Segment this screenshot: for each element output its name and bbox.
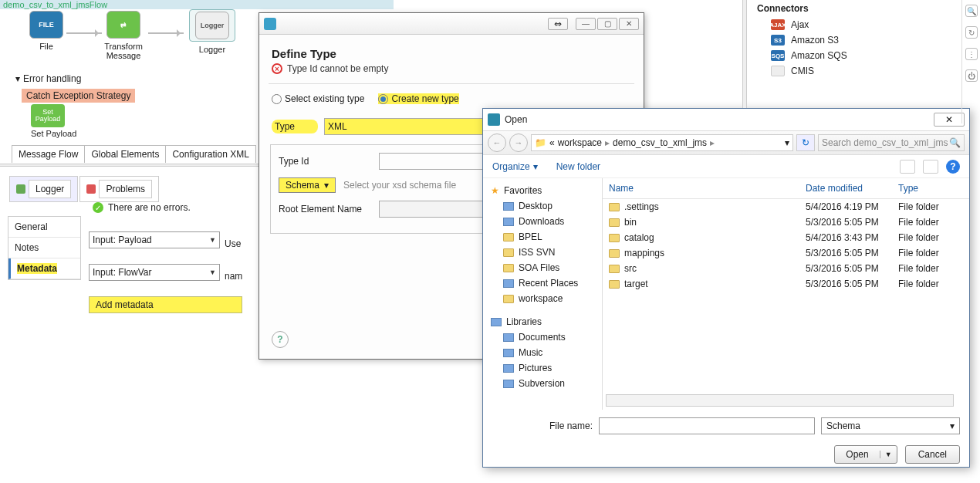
tree-item[interactable]: workspace [486, 291, 599, 306]
tree-item[interactable]: Desktop [486, 198, 599, 214]
star-icon: ★ [491, 185, 499, 196]
filetype-select[interactable]: Schema▾ [821, 417, 960, 434]
toolbar-icon[interactable]: ↻ [965, 26, 978, 39]
libraries-header[interactable]: Libraries [486, 314, 599, 329]
file-list: Name Date modified Type .settings5/4/201… [603, 178, 969, 410]
list-item[interactable]: src5/3/2016 5:05 PMFile folder [603, 261, 969, 276]
schema-dropdown[interactable]: Schema▾ [279, 177, 336, 193]
typeid-label: Type Id [279, 156, 371, 167]
divider[interactable] [742, 0, 747, 108]
folder-icon [503, 248, 514, 257]
chevron-down-icon: ▾ [533, 161, 538, 172]
dialog-icon [264, 18, 276, 30]
tab-global-elements[interactable]: Global Elements [84, 145, 166, 163]
tree-item[interactable]: Subversion [486, 376, 599, 391]
help-icon[interactable]: ? [946, 160, 960, 174]
close-button[interactable]: ✕ [619, 18, 639, 30]
scrollbar-horizontal[interactable] [606, 394, 954, 407]
folder-icon [503, 349, 514, 357]
folder-icon [609, 218, 620, 227]
arrow-icon [148, 32, 184, 34]
name-label: nam [225, 271, 242, 282]
use-label: Use [225, 238, 241, 249]
help-icon[interactable]: ? [272, 331, 289, 348]
toolbar-icon[interactable]: ⏻ [965, 69, 978, 82]
tree-item[interactable]: Downloads [486, 214, 599, 229]
nav-notes[interactable]: Notes [8, 238, 80, 258]
add-metadata-button[interactable]: Add metadata [89, 296, 242, 313]
radio-create-new[interactable]: Create new type [378, 93, 458, 104]
node-transform[interactable]: ⇄ Transform Message [100, 11, 147, 60]
open-file-dialog: Open ✕ ← → 📁« workspace▸ demo_csv_to_xml… [482, 108, 970, 468]
preview-pane-button[interactable] [923, 160, 938, 174]
search-input[interactable]: Search demo_csv_to_xml_jms🔍 [818, 134, 965, 151]
input-payload-select[interactable]: Input: Payload▼ [89, 231, 220, 248]
open-button[interactable]: Open▼ [834, 445, 897, 464]
list-item[interactable]: mappings5/3/2016 5:05 PMFile folder [603, 245, 969, 261]
tree-item[interactable]: SOA Files [486, 260, 599, 275]
col-type[interactable]: Type [892, 178, 969, 199]
search-icon: 🔍 [949, 137, 961, 148]
connector-item[interactable]: S3Amazon S3 [752, 32, 961, 48]
tree-item[interactable]: Pictures [486, 360, 599, 376]
connector-item[interactable]: CMIS [752, 63, 961, 79]
toolbar-icon[interactable]: 🔍 [965, 5, 978, 17]
tree-item[interactable]: Recent Places [486, 275, 599, 291]
radio-select-existing[interactable]: Select existing type [272, 93, 364, 104]
error-message: × Type Id cannot be empty [259, 63, 644, 83]
view-options-button[interactable] [900, 160, 915, 174]
node-logger[interactable]: Logger Logger [189, 9, 235, 54]
node-file[interactable]: FILE File [23, 11, 69, 51]
swap-icon[interactable]: ⇔ [548, 18, 568, 30]
nav-metadata[interactable]: Metadata [8, 258, 80, 279]
navigation-tree: ★Favorites Desktop Downloads BPEL ISS SV… [483, 178, 603, 410]
tree-item[interactable]: ISS SVN [486, 245, 599, 260]
chevron-down-icon[interactable]: ▾ [785, 137, 789, 148]
problems-tab-icon [86, 184, 96, 194]
tab-logger[interactable]: Logger [9, 176, 78, 202]
dialog-icon [488, 113, 500, 126]
connector-item[interactable]: SQSAmazon SQS [752, 48, 961, 63]
type-label: Type [272, 120, 318, 133]
connector-item[interactable]: AJAXAjax [752, 17, 961, 32]
breadcrumb[interactable]: 📁« workspace▸ demo_csv_to_xml_jms▸ ▾ [531, 134, 793, 151]
folder-icon [503, 233, 514, 242]
tab-problems[interactable]: Problems [79, 176, 159, 202]
error-handling-header[interactable]: ▾Error handling [15, 73, 81, 84]
tab-configuration-xml[interactable]: Configuration XML [165, 145, 255, 163]
node-set-payload[interactable]: Set Payload Set Payload [31, 104, 76, 138]
minimize-button[interactable]: — [576, 18, 596, 30]
list-item[interactable]: bin5/3/2016 5:05 PMFile folder [603, 214, 969, 230]
refresh-button[interactable]: ↻ [796, 134, 815, 151]
error-icon: × [272, 63, 282, 74]
catch-exception-strategy[interactable]: Catch Exception Strategy [22, 89, 135, 103]
tree-item[interactable]: Music [486, 345, 599, 360]
favorites-header[interactable]: ★Favorites [486, 183, 599, 198]
list-item[interactable]: .settings5/4/2016 4:19 PMFile folder [603, 199, 969, 215]
input-flowvar-select[interactable]: Input: FlowVar▼ [89, 264, 220, 281]
tree-item[interactable]: BPEL [486, 229, 599, 245]
new-folder-button[interactable]: New folder [556, 161, 600, 172]
nav-general[interactable]: General [8, 217, 80, 238]
tree-item[interactable]: Documents [486, 329, 599, 345]
col-date[interactable]: Date modified [799, 178, 892, 199]
view-tabs: Logger Problems [9, 176, 159, 202]
metadata-panel: Input: Payload▼ Use Input: FlowVar▼ nam … [89, 231, 242, 313]
radio-icon [378, 94, 388, 104]
tab-message-flow[interactable]: Message Flow [12, 145, 85, 163]
toolbar-icon[interactable]: ⋮ [965, 48, 978, 60]
dialog-heading: Define Type [259, 35, 644, 63]
close-button[interactable]: ✕ [934, 113, 965, 127]
organize-menu[interactable]: Organize ▾ [492, 161, 538, 172]
list-item[interactable]: catalog5/4/2016 3:43 PMFile folder [603, 230, 969, 245]
chevron-down-icon[interactable]: ▼ [880, 451, 897, 458]
filename-input[interactable] [599, 417, 815, 434]
forward-button[interactable]: → [509, 133, 528, 152]
cancel-button[interactable]: Cancel [905, 445, 960, 464]
chevron-down-icon: ▾ [950, 421, 955, 431]
list-item[interactable]: target5/3/2016 5:05 PMFile folder [603, 276, 969, 292]
maximize-button[interactable]: ▢ [597, 18, 617, 30]
col-name[interactable]: Name [603, 178, 799, 199]
folder-icon [503, 364, 514, 373]
back-button[interactable]: ← [488, 133, 506, 152]
